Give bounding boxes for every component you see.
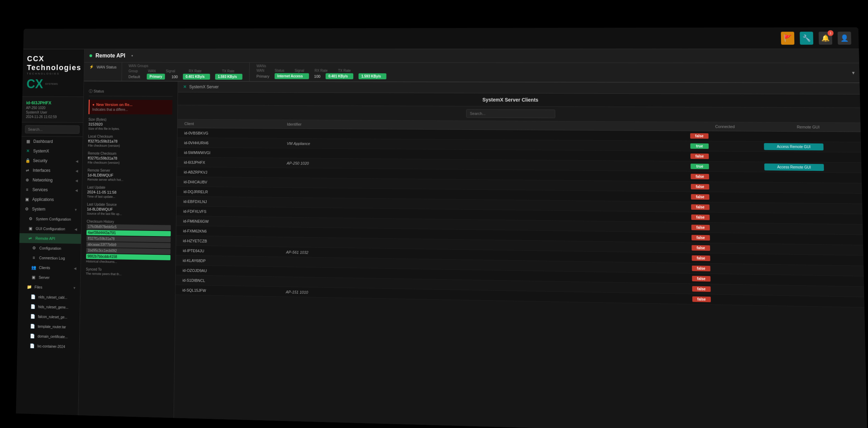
sidebar-item-remote-api[interactable]: ⇌ Remote API [19, 233, 81, 244]
sidebar-item-gui-config[interactable]: ▣ GUI Configuration ◀ [20, 223, 81, 234]
status-indicator [89, 54, 92, 57]
wan-rx-label: RX Rate [189, 69, 202, 73]
connected-status: false [689, 204, 763, 210]
sidebar-item-dashboard[interactable]: ▦ Dashboard [21, 136, 83, 147]
wan-groups-header: WAN Groups [128, 64, 148, 68]
sidebar-item-file-5[interactable]: 📄 domain_certificate... [18, 331, 80, 342]
sidebar-item-file-1[interactable]: 📄 nlds_ruleset_cabl... [18, 292, 80, 302]
client-identifier [285, 232, 690, 238]
sidebar: CCX Technologies TECHNOLOGIES CX SYSTEMS… [16, 49, 85, 415]
client-id: id-5WMWWVGI [182, 150, 285, 155]
server-icon: ▣ [31, 275, 36, 280]
client-id: id-DQJRRELR [182, 189, 285, 195]
wan-col2-label: WAN [256, 69, 265, 73]
checksum-item: 4aef38d4443a75f1 [86, 230, 171, 236]
wan-group-value: Default [128, 74, 140, 79]
access-remote-gui-button[interactable]: Access Remote GUI [764, 143, 823, 151]
remote-gui-cell [764, 280, 858, 281]
wan-tx2-label: TX Rate [338, 69, 350, 73]
checksum-item: 9882b7bbcddc4158 [86, 254, 171, 260]
connected-status: false [689, 214, 763, 221]
detail-last-update: Last Update 2024-11-05 11:58 Time of las… [87, 185, 171, 199]
checksum-item: abcaaac33f77b6b9 [86, 242, 171, 248]
connected-badge: false [691, 194, 709, 200]
connected-status: false [690, 255, 764, 262]
sidebar-item-clients[interactable]: 👥 Clients ◀ [19, 262, 81, 273]
sidebar-item-system-config[interactable]: ⚙ System Configuration [20, 214, 81, 224]
connected-badge: false [692, 235, 710, 240]
connected-status: false [690, 266, 764, 272]
wan-status-col-label: Status [275, 69, 285, 73]
sidebar-item-server[interactable]: ▣ Server [19, 272, 80, 283]
clients-search-input[interactable] [466, 109, 555, 118]
remote-gui-cell [764, 239, 857, 240]
connected-status: false [689, 174, 762, 180]
sidebar-item-security[interactable]: 🔒 Security ◀ [21, 156, 82, 166]
remote-gui-cell [763, 177, 856, 178]
alert-text: Indicates that a differe... [92, 108, 170, 112]
remote-gui-cell [762, 157, 856, 158]
sidebar-item-label: Remote API [35, 236, 55, 241]
col-remote-gui: Remote GUI [762, 125, 855, 129]
sidebar-item-file-6[interactable]: 📄 lxc-container-2024 [17, 341, 79, 352]
sidebar-item-files[interactable]: 📁 Files ▼ [18, 282, 80, 293]
connected-badge: false [692, 296, 711, 302]
wan-expand-icon[interactable]: ▼ [847, 63, 860, 82]
wan-col-label: WAN [148, 69, 156, 73]
detail-size: Size (Bytes) 3153920 Size of this file i… [88, 118, 172, 131]
user-timestamp: 2024-11-26 11:02:59 [26, 115, 79, 119]
connected-badge: true [690, 143, 708, 149]
sidebar-item-connection-log[interactable]: ≡ Connection Log [19, 253, 81, 263]
client-identifier [285, 222, 689, 227]
sidebar-item-label: SystemX [33, 149, 49, 154]
connected-badge: false [692, 245, 710, 251]
sidebar-search-input[interactable] [25, 125, 80, 134]
flag-icon[interactable]: 🚩 [781, 32, 795, 45]
sidebar-item-label: Security [33, 158, 47, 163]
wan-icon: ⚡ [89, 65, 94, 69]
client-id: id-6I3JPHFX [182, 160, 285, 165]
system-icon: ⚙ [24, 207, 29, 212]
sidebar-item-networking[interactable]: ⊕ Networking ◀ [21, 175, 82, 185]
sidebar-item-configuration[interactable]: ⚙ Configuration [19, 243, 81, 253]
access-remote-gui-button[interactable]: Access Remote GUI [764, 163, 824, 171]
connected-badge: false [692, 286, 711, 292]
connected-badge: false [692, 276, 710, 282]
sidebar-item-services[interactable]: ≡ Services ◀ [20, 185, 82, 195]
sidebar-item-systemx[interactable]: ✕ SystemX [21, 146, 82, 156]
sidebar-item-interfaces[interactable]: ⇌ Interfaces ◀ [21, 165, 82, 175]
client-identifier [285, 173, 689, 176]
chevron-down-icon: ▼ [73, 286, 76, 290]
client-id: id-SQL15JFW [181, 288, 284, 294]
tools-icon[interactable]: 🔧 [800, 32, 813, 45]
connected-badge: true [690, 163, 709, 169]
sidebar-item-label: Services [32, 187, 48, 192]
sidebar-item-file-3[interactable]: 📄 falcon_ruleset_ge... [18, 311, 80, 322]
sidebar-item-file-2[interactable]: 📄 hids_ruleset_gene... [18, 301, 80, 312]
sidebar-item-label: lxc-container-2024 [38, 344, 65, 349]
logo-sub: TECHNOLOGIES [27, 72, 80, 75]
client-id: id-DHICAUBV [182, 180, 285, 185]
user-icon[interactable]: 👤 [837, 32, 851, 45]
sidebar-item-label: Dashboard [33, 139, 53, 144]
file-icon: 📄 [30, 304, 36, 309]
app-window: 🚩 🔧 🔔 1 👤 CCX Technologies TECHNOLOGIES … [16, 27, 867, 428]
client-identifier [285, 153, 688, 156]
detail-local-checksum: Local Checksum ff327f1c59b31a78 File che… [88, 134, 172, 148]
wan-signal2-label: Signal [295, 69, 304, 73]
sidebar-item-label: Networking [33, 178, 53, 182]
sidebar-item-applications[interactable]: ▣ Applications [20, 194, 82, 205]
client-id: id-KLAY68DP [181, 258, 284, 264]
security-icon: 🔒 [25, 158, 30, 163]
client-id: id-FXM62KN6 [181, 229, 285, 234]
sidebar-item-file-4[interactable]: 📄 template_router.tar [18, 321, 80, 332]
top-bar: 🚩 🔧 🔔 1 👤 [23, 27, 859, 49]
wan-tx2-badge: 1.593 KBy/s [359, 73, 386, 79]
client-identifier [285, 183, 689, 187]
sidebar-item-system[interactable]: ⚙ System ▼ [20, 204, 82, 215]
client-identifier [284, 262, 690, 268]
remote-gui-cell [762, 136, 855, 137]
connected-status: false [689, 194, 763, 200]
user-username: SystemX User [26, 111, 79, 114]
notification-icon[interactable]: 🔔 1 [819, 32, 832, 45]
